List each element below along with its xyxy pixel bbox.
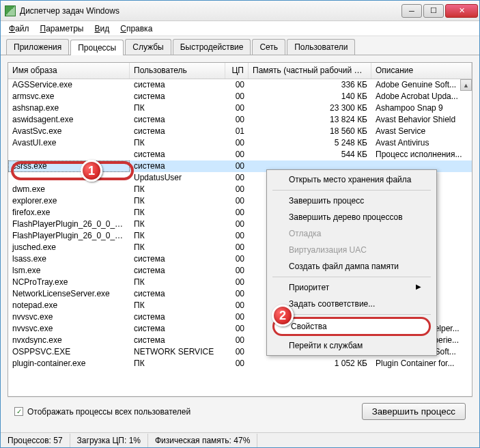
table-row[interactable]: ashsnap.exeПК0023 300 КБAshampoo Snap 9: [8, 102, 472, 114]
tab-0[interactable]: Приложения: [6, 39, 69, 55]
show-all-users-checkbox[interactable]: ✓: [14, 407, 23, 416]
col-cpu[interactable]: ЦП: [225, 63, 249, 79]
table-row[interactable]: AvastSvc.exeсистема0118 560 КБAvast Serv…: [8, 126, 472, 137]
context-item[interactable]: Перейти к службам: [268, 337, 435, 354]
status-memory: Физическая память: 47%: [148, 434, 257, 447]
tab-3[interactable]: Быстродействие: [173, 39, 251, 55]
tabstrip: ПриложенияПроцессыСлужбыБыстродействиеСе…: [1, 36, 479, 55]
tab-2[interactable]: Службы: [125, 39, 171, 55]
menubar: Файл Параметры Вид Справка: [1, 21, 479, 36]
submenu-arrow-icon: ▶: [416, 283, 421, 292]
table-row[interactable]: система00544 КБПроцесс исполнения...: [8, 149, 472, 160]
show-all-users-label: Отображать процессы всех пользователей: [27, 407, 190, 417]
app-icon: [5, 5, 16, 16]
context-item: Отладка: [268, 225, 435, 242]
menu-view[interactable]: Вид: [89, 23, 115, 35]
table-row[interactable]: AvastUI.exeПК005 248 КБAvast Antivirus: [8, 137, 472, 149]
badge-1: 1: [81, 160, 102, 182]
maximize-button[interactable]: ☐: [423, 4, 444, 18]
table-row[interactable]: aswidsagent.exeсистема0013 824 КБAvast B…: [8, 114, 472, 126]
col-image-name[interactable]: Имя образа: [8, 63, 130, 79]
col-user[interactable]: Пользователь: [130, 63, 225, 79]
tab-4[interactable]: Сеть: [252, 39, 285, 55]
menu-help[interactable]: Справка: [115, 23, 158, 35]
callout-1: [11, 161, 134, 180]
context-item[interactable]: Завершить дерево процессов: [268, 209, 435, 225]
col-memory[interactable]: Память (частный рабочий набор): [249, 63, 371, 79]
context-menu: Открыть место хранения файлаЗавершить пр…: [266, 169, 437, 356]
context-item[interactable]: Приоритет▶: [268, 279, 435, 296]
tab-1[interactable]: Процессы: [70, 40, 124, 55]
end-process-button[interactable]: Завершить процесс: [362, 403, 466, 420]
context-item[interactable]: Завершить процесс: [268, 193, 435, 209]
status-cpu: Загрузка ЦП: 1%: [70, 434, 148, 447]
context-separator: [272, 277, 431, 277]
statusbar: Процессов: 57 Загрузка ЦП: 1% Физическая…: [1, 432, 479, 447]
scroll-up-icon[interactable]: ▲: [460, 79, 472, 91]
badge-2: 2: [272, 305, 294, 326]
context-item: Виртуализация UAC: [268, 242, 435, 258]
menu-options[interactable]: Параметры: [35, 23, 89, 35]
minimize-button[interactable]: ─: [401, 4, 422, 18]
table-row[interactable]: plugin-container.exeПК001 052 КБPlugin C…: [8, 358, 472, 369]
list-header: Имя образа Пользователь ЦП Память (частн…: [8, 63, 472, 79]
menu-file[interactable]: Файл: [3, 23, 35, 35]
close-button[interactable]: ✕: [445, 4, 478, 18]
tab-5[interactable]: Пользователи: [287, 39, 355, 55]
context-item[interactable]: Задать соответствие...: [268, 296, 435, 312]
status-processes: Процессов: 57: [1, 434, 70, 447]
col-desc[interactable]: Описание: [371, 63, 472, 79]
table-row[interactable]: AGSService.exeсистема00336 КБAdobe Genui…: [8, 79, 472, 91]
window-title: Диспетчер задач Windows: [20, 6, 401, 16]
context-item[interactable]: Открыть место хранения файла: [268, 171, 435, 188]
context-item[interactable]: Свойства: [272, 317, 431, 336]
table-row[interactable]: armsvc.exeсистема00140 КБAdobe Acrobat U…: [8, 91, 472, 102]
context-separator: [272, 314, 431, 315]
context-separator: [272, 190, 431, 191]
titlebar[interactable]: Диспетчер задач Windows ─ ☐ ✕: [1, 1, 479, 21]
context-item[interactable]: Создать файл дампа памяти: [268, 258, 435, 275]
